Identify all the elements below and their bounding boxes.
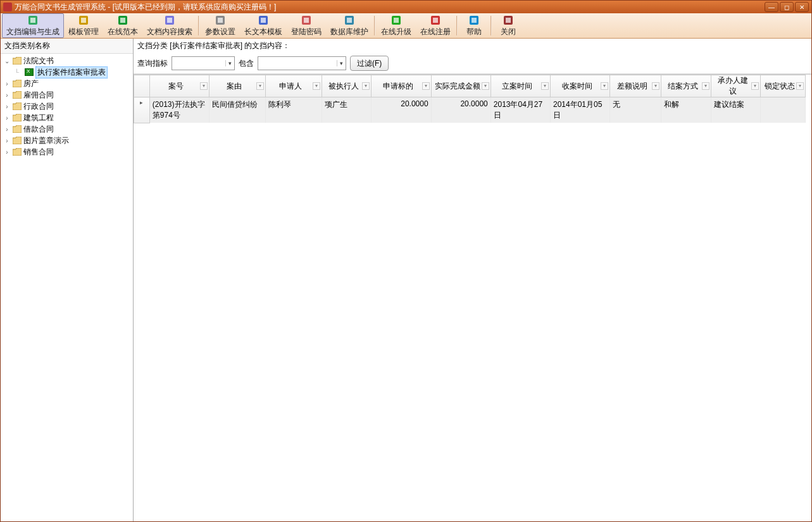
toolbar-label: 帮助: [466, 27, 482, 37]
column-header-实际完成金额[interactable]: 实际完成金额▾: [431, 75, 490, 97]
toolbar-长文本模板[interactable]: 长文本模板: [240, 13, 287, 38]
folder-icon: [13, 91, 22, 99]
maximize-button[interactable]: ◻: [780, 2, 794, 12]
toolbar-模板管理[interactable]: 模板管理: [64, 13, 103, 38]
svg-rect-19: [433, 18, 438, 23]
cell-申请标的: 20.0000: [372, 97, 431, 123]
app-icon: [3, 3, 12, 11]
sort-icon[interactable]: ▾: [601, 82, 608, 90]
svg-rect-7: [167, 18, 172, 23]
table-row[interactable]: ▸(2013)开法执字第974号民间借贷纠纷陈利琴项广生20.000020.00…: [134, 97, 806, 123]
cell-结案方式: 和解: [661, 97, 711, 123]
category-tree: ⌄法院文书└执行案件结案审批表›房产›雇佣合同›行政合同›建筑工程›借款合同›图…: [1, 54, 133, 521]
toolbar-icon: [164, 15, 175, 26]
chevron-right-icon[interactable]: ›: [3, 137, 11, 144]
chevron-right-icon[interactable]: ›: [3, 92, 11, 99]
toolbar-label: 文档内容搜索: [147, 27, 192, 37]
column-header-结案方式[interactable]: 结案方式▾: [661, 75, 711, 97]
sort-icon[interactable]: ▾: [796, 82, 804, 90]
window-title: 万能合同文书生成管理系统 - [试用版本已经到期，请联系供应商购买注册码！]: [15, 2, 765, 13]
toolbar-在线范本[interactable]: 在线范本: [103, 13, 142, 38]
sort-icon[interactable]: ▾: [482, 82, 489, 90]
header-suffix: 的文挡内容：: [244, 41, 290, 50]
column-header-案号[interactable]: 案号▾: [149, 75, 209, 97]
column-header-差额说明[interactable]: 差额说明▾: [610, 75, 661, 97]
contain-label: 包含: [239, 58, 254, 69]
svg-rect-13: [304, 18, 309, 23]
tree-node-借款合同[interactable]: ›借款合同: [1, 123, 133, 135]
toolbar-icon: [117, 15, 128, 26]
folder-icon: [13, 125, 22, 133]
column-header-收案时间[interactable]: 收案时间▾: [550, 75, 609, 97]
toolbar-icon: [301, 15, 312, 26]
chevron-right-icon[interactable]: ›: [3, 126, 11, 133]
chevron-right-icon[interactable]: ›: [3, 103, 11, 110]
sort-icon[interactable]: ▾: [422, 82, 430, 90]
tree-node-行政合同[interactable]: ›行政合同: [1, 101, 133, 112]
toolbar-label: 在线注册: [420, 27, 451, 37]
toolbar-icon: [390, 15, 402, 26]
folder-icon: [13, 114, 22, 121]
sort-icon[interactable]: ▾: [313, 82, 320, 90]
tree-node-法院文书[interactable]: ⌄法院文书: [1, 55, 133, 66]
toolbar-在线注册[interactable]: 在线注册: [416, 13, 455, 38]
toolbar-登陆密码[interactable]: 登陆密码: [287, 13, 326, 38]
tree-node-销售合同[interactable]: ›销售合同: [1, 146, 133, 158]
folder-icon: [13, 137, 22, 144]
column-header-立案时间[interactable]: 立案时间▾: [490, 75, 550, 97]
sort-icon[interactable]: ▾: [256, 82, 264, 90]
tree-label: 房产: [23, 78, 39, 89]
sort-icon[interactable]: ▾: [362, 82, 370, 90]
sort-icon[interactable]: ▾: [541, 82, 549, 90]
sidebar-header: 文挡类别名称: [1, 39, 133, 54]
toolbar-文挡编辑与生成[interactable]: 文挡编辑与生成: [2, 13, 64, 38]
folder-icon: [13, 80, 22, 87]
tree-node-图片盖章演示[interactable]: ›图片盖章演示: [1, 135, 133, 146]
cell-案号: (2013)开法执字第974号: [149, 97, 209, 123]
tree-item-执行案件结案审批表[interactable]: └执行案件结案审批表: [1, 66, 133, 78]
column-header-案由[interactable]: 案由▾: [209, 75, 266, 97]
toolbar-文档内容搜索[interactable]: 文档内容搜索: [142, 13, 197, 38]
tree-label: 销售合同: [23, 147, 54, 158]
filter-button[interactable]: 过滤(F): [350, 56, 389, 71]
cell-实际完成金额: 20.0000: [431, 97, 490, 123]
column-header-被执行人[interactable]: 被执行人▾: [322, 75, 371, 97]
folder-icon: [13, 103, 22, 110]
toolbar-关闭[interactable]: 关闭: [493, 13, 523, 38]
row-indicator-icon: ▸: [134, 97, 150, 123]
toolbar-参数设置[interactable]: 参数设置: [201, 13, 240, 38]
toolbar-数据库维护[interactable]: 数据库维护: [326, 13, 373, 38]
close-button[interactable]: ✕: [795, 2, 809, 12]
sort-icon[interactable]: ▾: [751, 82, 759, 90]
toolbar-label: 数据库维护: [330, 27, 368, 37]
tree-node-雇佣合同[interactable]: ›雇佣合同: [1, 89, 133, 101]
column-header-承办人建议[interactable]: 承办人建议▾: [711, 75, 760, 97]
column-header-申请人[interactable]: 申请人▾: [265, 75, 322, 97]
chevron-right-icon[interactable]: ›: [3, 115, 11, 121]
toolbar-在线升级[interactable]: 在线升级: [377, 13, 416, 38]
query-value-combo[interactable]: ▾: [258, 56, 346, 70]
query-field-combo[interactable]: ▾: [172, 56, 235, 70]
data-grid[interactable]: 案号▾案由▾申请人▾被执行人▾申请标的▾实际完成金额▾立案时间▾收案时间▾差额说…: [134, 74, 811, 521]
chevron-down-icon[interactable]: ⌄: [3, 58, 11, 65]
toolbar-icon: [468, 15, 480, 26]
toolbar-icon: [430, 15, 441, 26]
header-prefix: 文挡分类: [137, 41, 168, 50]
toolbar-label: 登陆密码: [291, 27, 322, 37]
main-panel: 文挡分类 [执行案件结案审批表] 的文挡内容： 查询指标 ▾ 包含 ▾ 过滤(F…: [134, 39, 811, 521]
tree-node-房产[interactable]: ›房产: [1, 78, 133, 89]
tree-node-建筑工程[interactable]: ›建筑工程: [1, 112, 133, 123]
chevron-right-icon[interactable]: ›: [3, 80, 11, 87]
toolbar-帮助[interactable]: 帮助: [459, 13, 489, 38]
svg-rect-9: [218, 18, 223, 23]
sort-icon[interactable]: ▾: [702, 82, 709, 90]
titlebar[interactable]: 万能合同文书生成管理系统 - [试用版本已经到期，请联系供应商购买注册码！] —…: [1, 1, 811, 13]
column-header-申请标的[interactable]: 申请标的▾: [372, 75, 431, 97]
sort-icon[interactable]: ▾: [652, 82, 659, 90]
chevron-right-icon[interactable]: ›: [3, 149, 11, 156]
cell-案由: 民间借贷纠纷: [209, 97, 266, 123]
cell-承办人建议: 建议结案: [711, 97, 760, 123]
minimize-button[interactable]: —: [765, 2, 778, 12]
sort-icon[interactable]: ▾: [200, 82, 208, 90]
column-header-锁定状态[interactable]: 锁定状态▾: [761, 75, 806, 97]
